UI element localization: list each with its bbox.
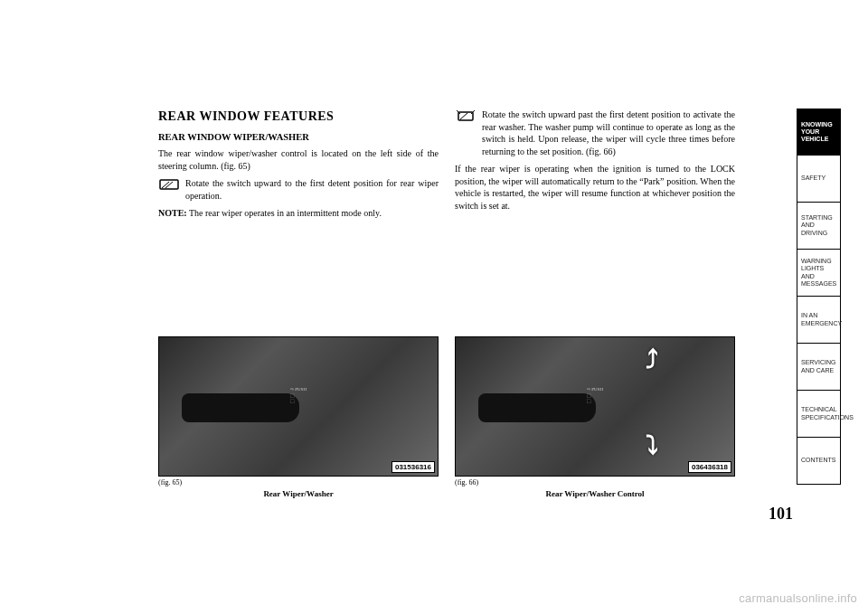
figure-number: (fig. 66) [455,478,735,486]
rear-wiper-icon [158,177,180,192]
tab-servicing-and-care[interactable]: SERVICING AND CARE [797,344,841,391]
note-label: NOTE: [158,208,187,218]
icon-paragraph: Rotate the switch upward to the first de… [158,177,439,202]
watermark: carmanualsonline.info [739,591,857,605]
stalk-graphic [182,393,299,422]
tab-technical-specifications[interactable]: TECHNICAL SPECIFICATIONS [797,391,841,438]
tab-contents[interactable]: CONTENTS [797,438,841,485]
paragraph: The rear window wiper/washer control is … [158,147,439,172]
column-right: Rotate the switch upward past the first … [455,109,735,225]
tab-warning-lights-and-messages[interactable]: WARNING LIGHTS AND MESSAGES [797,250,841,297]
icon-paragraph-text: Rotate the switch upward to the first de… [185,177,439,202]
figure-image: ⇨ PUSH⬚⬚ 031536316 [158,336,439,477]
arrow-down-icon: ⤴ [646,428,658,457]
page-number: 101 [769,505,793,524]
note-text: The rear wiper operates in an intermitte… [187,208,382,218]
rear-washer-icon [455,109,476,123]
figure-number: (fig. 65) [158,478,439,486]
tab-starting-and-driving[interactable]: STARTING AND DRIVING [797,203,841,250]
stalk-labels: ⇨ PUSH⬚⬚ [587,387,603,405]
icon-paragraph-text: Rotate the switch upward past the first … [482,109,735,157]
stalk-labels: ⇨ PUSH⬚⬚ [290,387,307,405]
figure-66: ⇨ PUSH⬚⬚ ⤴ ⤴ 036436318 (fig. 66) Rear Wi… [455,336,735,498]
figure-65: ⇨ PUSH⬚⬚ 031536316 (fig. 65) Rear Wiper/… [158,336,439,498]
figure-caption: Rear Wiper/Washer Control [455,489,735,498]
note-paragraph: NOTE: The rear wiper operates in an inte… [158,207,439,220]
icon-paragraph: Rotate the switch upward past the first … [455,109,735,157]
figure-caption: Rear Wiper/Washer [158,489,439,498]
section-heading: REAR WINDOW FEATURES [158,109,439,126]
paragraph: If the rear wiper is operating when the … [455,163,735,212]
page-body: REAR WINDOW FEATURES REAR WINDOW WIPER/W… [158,109,737,225]
stalk-graphic [478,393,596,422]
tab-safety[interactable]: SAFETY [797,156,841,203]
figures-row: ⇨ PUSH⬚⬚ 031536316 (fig. 65) Rear Wiper/… [158,336,737,498]
column-left: REAR WINDOW FEATURES REAR WINDOW WIPER/W… [158,109,439,225]
section-subheading: REAR WINDOW WIPER/WASHER [158,131,439,144]
image-tag: 031536316 [392,461,435,473]
tab-in-an-emergency[interactable]: IN AN EMERGENCY [797,297,841,344]
tab-knowing-your-vehicle[interactable]: KNOWING YOUR VEHICLE [797,109,841,156]
section-tabs: KNOWING YOUR VEHICLE SAFETY STARTING AND… [797,109,841,485]
figure-image: ⇨ PUSH⬚⬚ ⤴ ⤴ 036436318 [455,336,735,477]
arrow-up-icon: ⤴ [646,346,658,375]
image-tag: 036436318 [688,461,731,473]
